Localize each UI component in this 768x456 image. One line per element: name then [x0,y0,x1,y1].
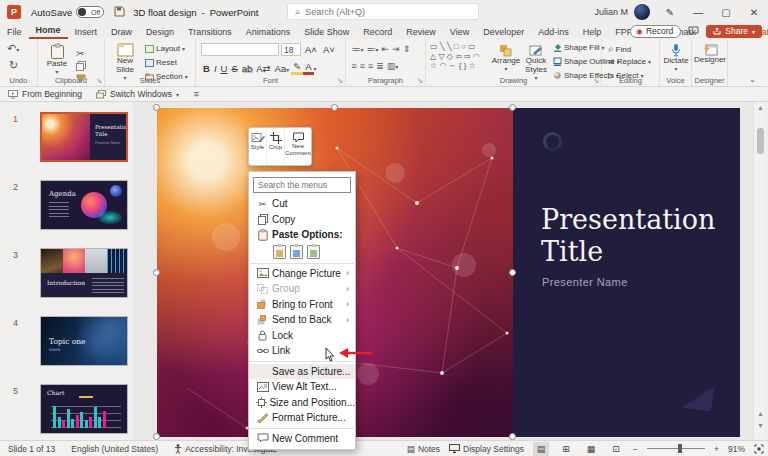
paste-picture-icon[interactable] [290,245,303,259]
paste-destination-theme-icon[interactable] [273,245,286,259]
dictate-button[interactable]: Dictate ▾ [662,43,690,72]
menu-search-box[interactable] [253,177,351,193]
menu-item-lock[interactable]: Lock [249,328,355,344]
tab-developer[interactable]: Developer [476,26,531,39]
tab-slide-show[interactable]: Slide Show [297,26,356,39]
decrease-indent-icon[interactable]: ⇤ [380,44,391,54]
normal-view-button[interactable]: ▤ [533,442,549,456]
underline-button[interactable]: U [219,63,230,74]
display-settings-button[interactable]: Display Settings [449,444,524,454]
arrange-button[interactable]: Arrange ▾ [492,44,520,72]
slide-thumbnail-4[interactable]: Topic one Subtitle [40,316,128,366]
slide-thumbnail-2[interactable]: Agenda [40,180,128,230]
replace-button[interactable]: ⇄ Replace▾ [608,57,651,66]
autosave-control[interactable]: AutoSave Off [31,6,104,18]
zoom-slider[interactable] [647,448,705,449]
avatar[interactable] [634,4,650,20]
comments-icon[interactable] [688,26,699,38]
decrease-font-icon[interactable]: A˅ [321,44,337,55]
shapes-gallery[interactable]: ▭ ╲ ╲ □ ○ ▭ △ ▽ ◇ ⇦ ⇨ ◠ ☆ ◠ ～ { } ☆ [429,42,491,71]
close-button[interactable]: ✕ [740,0,768,24]
search-input[interactable] [305,7,455,17]
slide-sorter-view-button[interactable]: ⊞ [558,442,574,456]
tab-view[interactable]: View [443,26,476,39]
style-button[interactable]: Style [249,128,267,165]
find-button[interactable]: ⌕ Find [608,43,631,55]
drawing-launcher-icon[interactable]: ⇘ [593,77,599,85]
reading-view-button[interactable]: ▦ [583,442,599,456]
repeat-icon[interactable]: ↻ [9,59,18,72]
selection-handle-middle-left[interactable] [153,269,160,276]
align-right-icon[interactable]: ≡ [367,61,375,71]
font-size-input[interactable] [281,43,301,56]
menu-item-send-to-back[interactable]: Send to Back › [249,312,355,328]
from-beginning-button[interactable]: From Beginning [8,89,82,99]
bold-button[interactable]: B [201,63,212,74]
line-spacing-icon[interactable]: ⇕ [401,44,412,54]
slideshow-view-button[interactable]: ⊡ [608,442,624,456]
tab-file[interactable]: File [0,26,29,39]
autosave-toggle[interactable]: Off [76,6,104,18]
paste-keep-source-icon[interactable] [307,245,320,259]
tab-record[interactable]: Record [356,26,399,39]
tab-draw[interactable]: Draw [104,26,139,39]
fit-to-window-icon[interactable] [754,444,764,454]
slide-thumbnail-1[interactable]: Presentation Title Presenter Name [40,112,128,162]
font-name-input[interactable] [201,43,279,56]
menu-item-change-picture[interactable]: Change Picture › [249,266,355,282]
tab-help[interactable]: Help [576,26,609,39]
increase-indent-icon[interactable]: ⇥ [391,44,402,54]
scroll-up-icon[interactable]: ▲ [754,104,767,111]
tab-add-ins[interactable]: Add-ins [531,26,576,39]
menu-item-bring-to-front[interactable]: Bring to Front › [249,297,355,313]
menu-item-format-picture[interactable]: Format Picture... [249,410,355,426]
notes-toggle[interactable]: ▤ Notes [407,444,440,454]
tab-animations[interactable]: Animations [239,26,298,39]
highlight-color-icon[interactable]: ✎ [291,61,303,75]
layout-button[interactable]: Layout▾ [145,44,185,53]
new-comment-mini-button[interactable]: New Comment [285,128,311,165]
menu-item-cut[interactable]: ✂ Cut [249,196,355,212]
menu-item-size-and-position[interactable]: Size and Position... [249,395,355,411]
paragraph-launcher-icon[interactable]: ⇘ [417,77,423,85]
bullets-icon[interactable]: ≔▾ [350,44,365,54]
justify-icon[interactable]: ≣ [375,61,386,71]
language-selector[interactable]: English (United States) [71,444,158,454]
paste-button[interactable]: Paste ▾ [43,43,71,75]
numbering-icon[interactable]: ≕▾ [365,44,380,54]
minimize-button[interactable]: — [684,0,712,24]
next-slide-icon[interactable]: ▼ [754,422,767,429]
clipboard-launcher-icon[interactable]: ⇘ [96,77,102,85]
change-case-icon[interactable]: Aa▾ [273,63,292,74]
share-button[interactable]: Share ▾ [706,25,762,38]
tab-review[interactable]: Review [399,26,443,39]
zoom-level[interactable]: 91% [728,444,745,454]
tab-design[interactable]: Design [139,26,181,39]
reset-button[interactable]: Reset [145,58,177,67]
selection-handle-top-left[interactable] [153,104,160,111]
italic-button[interactable]: I [212,63,219,74]
selection-handle-bottom-left[interactable] [153,433,160,440]
undo-icon[interactable]: ↶▾ [7,42,19,55]
slide-title-panel[interactable]: Presentation Title Presenter Name [513,108,740,437]
menu-item-copy[interactable]: Copy [249,212,355,228]
switch-windows-button[interactable]: Switch Windows ▾ [96,89,179,99]
qat-overflow-icon[interactable]: ∓ [193,90,200,99]
zoom-out-button[interactable]: − [633,444,638,454]
menu-item-save-as-picture[interactable]: Save as Picture... [249,364,355,380]
tab-home[interactable]: Home [29,24,68,39]
user-name[interactable]: Julian M [594,7,628,17]
increase-font-icon[interactable]: A˄ [303,44,319,55]
presenter-name-text[interactable]: Presenter Name [542,276,628,288]
selection-handle-middle-right[interactable] [509,269,516,276]
slide-thumbnail-3[interactable]: Introduction [40,248,128,298]
pen-icon[interactable]: ✎ [656,0,684,24]
selection-handle-top-center[interactable] [331,104,338,111]
tab-insert[interactable]: Insert [68,26,105,39]
maximize-button[interactable]: ▢ [712,0,740,24]
text-shadow-button[interactable]: ab [240,63,255,74]
menu-search-input[interactable] [258,180,350,190]
columns-icon[interactable]: ▥▾ [385,61,400,71]
save-icon[interactable] [114,6,125,19]
character-spacing-icon[interactable]: A⇄ [254,63,272,74]
